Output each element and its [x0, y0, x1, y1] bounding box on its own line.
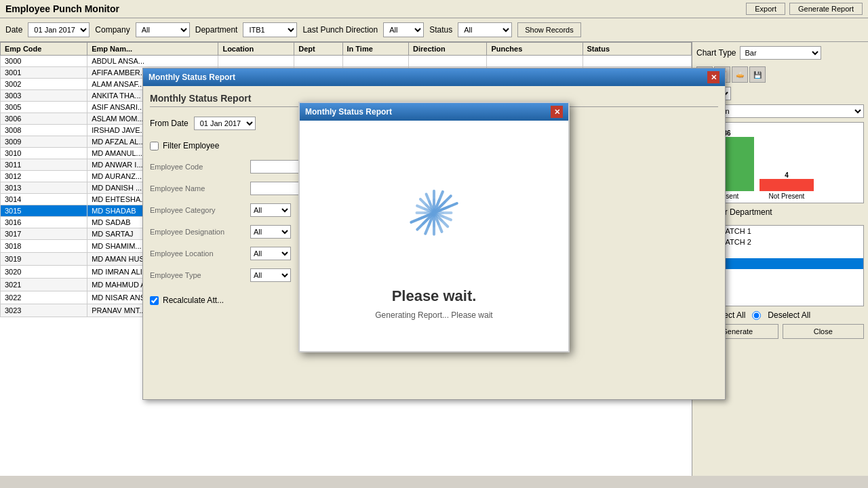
cell-code: 3023 — [1, 304, 87, 317]
bg-modal-close[interactable]: ✕ — [707, 71, 719, 83]
not-present-bar — [760, 179, 814, 191]
cell-code: 3019 — [1, 253, 87, 266]
cell-code: 3003 — [1, 90, 87, 102]
generate-report-button[interactable]: Generate Report — [789, 3, 863, 15]
department-label: Department — [195, 25, 238, 35]
cell-code: 3000 — [1, 56, 87, 67]
last-punch-label: Last Punch Direction — [302, 25, 378, 35]
cell-code: 3008 — [1, 125, 87, 136]
department-select[interactable]: ITB1 — [243, 22, 297, 37]
chart-type-select[interactable]: Bar — [740, 46, 821, 60]
emp-designation-select[interactable]: All — [250, 225, 291, 239]
cell-code: 3020 — [1, 266, 87, 279]
generating-text: Generating Report... Please wait — [375, 310, 492, 320]
cell-code: 3017 — [1, 228, 87, 240]
bg-modal-titlebar: Monthly Status Report ✕ — [143, 68, 725, 86]
cell-intime — [342, 56, 409, 67]
cell-code: 3011 — [1, 159, 87, 171]
date-select[interactable]: 01 Jan 2017 — [28, 22, 90, 37]
col-dept: Dept — [294, 43, 342, 56]
company-select[interactable]: All — [136, 22, 190, 37]
loading-content: Please wait. Generating Report... Please… — [300, 121, 568, 351]
spinner — [373, 152, 495, 274]
company-label: Company — [95, 25, 130, 35]
recalculate-label: Recalculate Att... — [163, 296, 224, 305]
cell-code: 3012 — [1, 171, 87, 182]
cell-code: 3001 — [1, 67, 87, 79]
cell-code: 3015 — [1, 205, 87, 217]
title-buttons: Export Generate Report — [746, 3, 863, 15]
col-intime: In Time — [342, 43, 409, 56]
chart-type-row: Chart Type Bar — [696, 46, 864, 60]
chart-type-label: Chart Type — [696, 48, 736, 58]
cell-code: 3005 — [1, 102, 87, 113]
emp-type-select[interactable]: All — [250, 268, 291, 282]
cell-punches — [487, 56, 583, 67]
cell-code: 3018 — [1, 240, 87, 253]
cell-code: 3016 — [1, 217, 87, 228]
status-select[interactable]: All — [458, 22, 512, 37]
cell-code: 3010 — [1, 148, 87, 159]
col-location: Location — [218, 43, 294, 56]
deselect-all-label: Deselect All — [768, 310, 810, 320]
filter-bar: Date 01 Jan 2017 Company All Department … — [0, 18, 868, 42]
date-label: Date — [5, 25, 22, 35]
emp-category-select[interactable]: All — [250, 203, 291, 217]
show-records-button[interactable]: Show Records — [517, 22, 581, 37]
please-wait-text: Please wait. — [392, 287, 477, 305]
emp-type-label: Employee Type — [150, 271, 245, 279]
not-present-count: 4 — [785, 171, 789, 179]
emp-code-label: Employee Code — [150, 163, 245, 171]
bg-modal-title: Monthly Status Report — [149, 73, 235, 82]
cell-status — [583, 56, 692, 67]
col-empname: Emp Nam... — [87, 43, 218, 56]
status-label: Status — [429, 25, 452, 35]
cell-dir — [409, 56, 487, 67]
recalculate-checkbox[interactable] — [150, 296, 159, 305]
chart-icon-3[interactable]: 🥧 — [732, 66, 748, 83]
last-punch-select[interactable]: All — [383, 22, 424, 37]
emp-location-label: Employee Location — [150, 249, 245, 258]
filter-employee-checkbox[interactable] — [150, 142, 159, 150]
not-present-bar-container: 4 Not Present — [760, 125, 814, 200]
close-button[interactable]: Close — [783, 324, 865, 339]
cell-code: 3014 — [1, 194, 87, 205]
filter-employee-label: Filter Employee — [163, 141, 219, 150]
col-direction: Direction — [409, 43, 487, 56]
chart-icon-4[interactable]: 💾 — [749, 66, 766, 83]
col-punches: Punches — [487, 43, 583, 56]
loading-title: Monthly Status Report — [305, 107, 392, 117]
cell-code: 3006 — [1, 113, 87, 125]
app-title: Employee Punch Monitor — [5, 3, 119, 14]
loading-close-button[interactable]: ✕ — [551, 106, 563, 118]
emp-designation-label: Employee Designation — [150, 228, 245, 236]
emp-name-label: Employee Name — [150, 184, 245, 192]
table-row[interactable]: 3000 ABDUL ANSA... — [1, 56, 692, 67]
loading-titlebar: Monthly Status Report ✕ — [300, 103, 568, 121]
cell-code: 3002 — [1, 79, 87, 90]
col-status: Status — [583, 43, 692, 56]
export-button[interactable]: Export — [746, 3, 785, 15]
cell-location — [218, 56, 294, 67]
title-bar: Employee Punch Monitor Export Generate R… — [0, 0, 868, 18]
not-present-label: Not Present — [769, 192, 805, 200]
cell-dept — [294, 56, 342, 67]
cell-code: 3021 — [1, 279, 87, 291]
deselect-all-radio[interactable] — [752, 311, 761, 320]
emp-location-select[interactable]: All — [250, 247, 291, 260]
from-date-select[interactable]: 01 Jan 2017 — [194, 117, 256, 130]
emp-category-label: Employee Category — [150, 206, 245, 214]
cell-name: ABDUL ANSA... — [87, 56, 218, 67]
loading-modal: Monthly Status Report ✕ Please wait. Gen… — [298, 102, 570, 352]
cell-code: 3013 — [1, 182, 87, 194]
col-empcode: Emp Code — [1, 43, 87, 56]
cell-code: 3009 — [1, 136, 87, 148]
from-date-label: From Date — [150, 119, 189, 128]
cell-code: 3022 — [1, 291, 87, 304]
